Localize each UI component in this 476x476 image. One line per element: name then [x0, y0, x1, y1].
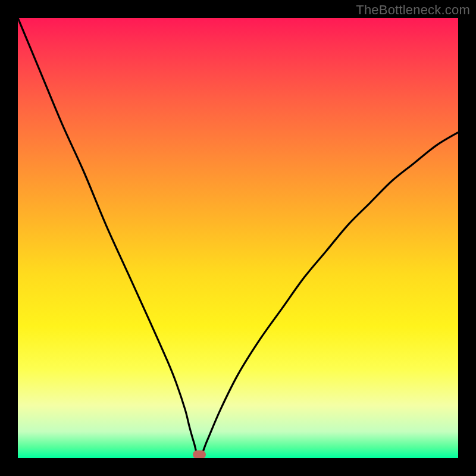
- bottleneck-curve: [18, 18, 458, 458]
- watermark-text: TheBottleneck.com: [356, 2, 470, 18]
- chart-frame: TheBottleneck.com: [0, 0, 476, 476]
- plot-area: [18, 18, 458, 458]
- optimal-marker: [193, 450, 206, 458]
